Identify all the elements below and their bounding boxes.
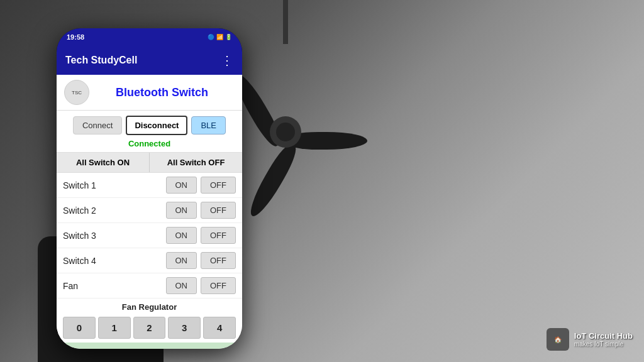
watermark-text: IoT Circuit Hub makes IoT simple — [574, 331, 633, 348]
status-time: 19:58 — [67, 33, 84, 41]
reg-speed-2[interactable]: 2 — [133, 317, 166, 339]
all-switch-off-button[interactable]: All Switch OFF — [150, 153, 242, 172]
switch-1-label: Switch 1 — [63, 180, 166, 190]
connection-row: Connect Disconnect BLE — [57, 111, 242, 138]
watermark-icon-glyph: 🏠 — [554, 336, 562, 343]
switch-grid: All Switch ON All Switch OFF Switch 1 ON… — [57, 152, 242, 299]
fan-regulator-label: Fan Regulator — [57, 299, 242, 314]
switch-4-label: Switch 4 — [63, 256, 166, 266]
status-icons: 🔵 📶 🔋 — [208, 34, 232, 40]
status-bar: 19:58 🔵 📶 🔋 — [57, 28, 242, 46]
watermark-icon: 🏠 — [547, 328, 569, 351]
connect-button[interactable]: Connect — [73, 116, 122, 134]
reg-speed-3[interactable]: 3 — [168, 317, 201, 339]
watermark: 🏠 IoT Circuit Hub makes IoT simple — [547, 328, 633, 351]
app-bar-title: Tech StudyCell — [65, 55, 137, 66]
switch-4-on[interactable]: ON — [166, 252, 197, 269]
app-logo: TSC — [64, 80, 89, 105]
switch-2-off[interactable]: OFF — [201, 202, 236, 219]
fan-label: Fan — [63, 281, 166, 291]
regulator-row: 0 1 2 3 4 — [57, 314, 242, 343]
switch-3-label: Switch 3 — [63, 231, 166, 241]
reg-speed-1[interactable]: 1 — [98, 317, 131, 339]
watermark-subtitle: makes IoT simple — [574, 341, 633, 348]
app-header-title: Bluetooth Switch — [89, 86, 235, 99]
phone-frame: 19:58 🔵 📶 🔋 Tech StudyCell ⋮ TSC Bluetoo… — [57, 28, 242, 349]
switch-1-on[interactable]: ON — [166, 177, 197, 194]
switch-2-label: Switch 2 — [63, 206, 166, 216]
fan-on[interactable]: ON — [166, 277, 197, 294]
switch-row-fan: Fan ON OFF — [57, 273, 242, 299]
fan-off[interactable]: OFF — [201, 277, 236, 294]
switch-3-on[interactable]: ON — [166, 227, 197, 244]
logo-text: TSC — [72, 90, 82, 96]
master-row: All Switch ON All Switch OFF — [57, 152, 242, 173]
connection-status: Connected — [57, 138, 242, 152]
bluetooth-icon: 🔵 — [208, 34, 214, 40]
app-bar: Tech StudyCell ⋮ — [57, 46, 242, 75]
switch-row-4: Switch 4 ON OFF — [57, 248, 242, 273]
switch-1-off[interactable]: OFF — [201, 177, 236, 194]
ble-button[interactable]: BLE — [191, 116, 226, 134]
details-button[interactable]: Details — [57, 343, 242, 349]
screen-content: TSC Bluetooth Switch Connect Disconnect … — [57, 75, 242, 349]
switch-row-1: Switch 1 ON OFF — [57, 173, 242, 198]
battery-icon: 🔋 — [225, 34, 232, 40]
reg-speed-4[interactable]: 4 — [203, 317, 236, 339]
wifi-icon: 📶 — [216, 34, 223, 40]
switch-row-2: Switch 2 ON OFF — [57, 198, 242, 223]
watermark-title: IoT Circuit Hub — [574, 331, 633, 341]
switch-3-off[interactable]: OFF — [201, 227, 236, 244]
switch-4-off[interactable]: OFF — [201, 252, 236, 269]
more-options-icon[interactable]: ⋮ — [221, 53, 233, 68]
reg-speed-0[interactable]: 0 — [63, 317, 96, 339]
all-switch-on-button[interactable]: All Switch ON — [57, 153, 150, 172]
disconnect-button[interactable]: Disconnect — [126, 116, 187, 135]
switch-2-on[interactable]: ON — [166, 202, 197, 219]
switch-row-3: Switch 3 ON OFF — [57, 223, 242, 248]
app-header: TSC Bluetooth Switch — [57, 75, 242, 111]
